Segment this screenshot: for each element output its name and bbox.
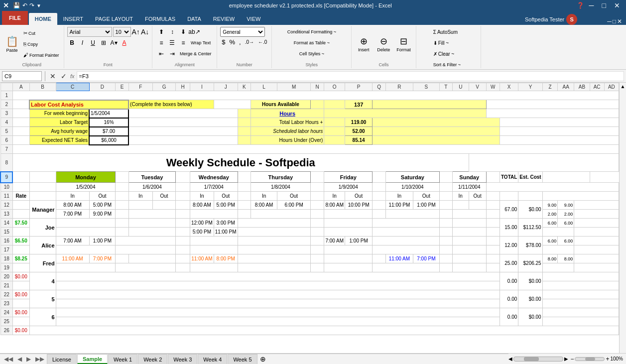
hours-under-val[interactable]: 85.14 bbox=[345, 136, 373, 145]
help-icon[interactable]: ❓ bbox=[577, 2, 584, 9]
total-labor-label[interactable]: Total Labor Hours + bbox=[250, 118, 324, 127]
orientation-button[interactable]: ab↗ bbox=[189, 27, 199, 37]
r11-out-fri[interactable]: Out bbox=[345, 192, 373, 201]
row-14-header[interactable]: 14 bbox=[0, 219, 12, 228]
col-n-header[interactable]: N bbox=[310, 83, 324, 91]
tab-nav-left[interactable]: ◀◀ bbox=[2, 356, 15, 363]
col-r-header[interactable]: R bbox=[385, 83, 413, 91]
r15-n[interactable] bbox=[310, 228, 324, 237]
tab-nav-prev[interactable]: ◀ bbox=[15, 356, 24, 363]
format-as-table-button[interactable]: Format as Table ~ bbox=[292, 38, 331, 48]
labor-cost-title[interactable]: Labor Cost Analysis bbox=[29, 100, 128, 109]
col-q-header[interactable]: Q bbox=[373, 83, 386, 91]
col-l-header[interactable]: L bbox=[250, 83, 277, 91]
r11-in-wed[interactable]: In bbox=[190, 192, 214, 201]
r11-b[interactable] bbox=[29, 192, 56, 201]
r13-wed[interactable] bbox=[190, 210, 238, 219]
font-color-button[interactable]: A bbox=[120, 38, 129, 48]
hscrollbar-track[interactable] bbox=[513, 357, 563, 362]
r14-sat[interactable] bbox=[373, 219, 440, 228]
r15-h[interactable] bbox=[176, 228, 190, 237]
r11-in-sat[interactable]: In bbox=[385, 192, 413, 201]
sheet-tab-license[interactable]: License bbox=[47, 354, 77, 364]
r13-w[interactable] bbox=[486, 210, 500, 219]
col-j-header[interactable]: J bbox=[214, 83, 238, 91]
r12-e[interactable] bbox=[116, 201, 128, 210]
tab-insert[interactable]: INSERT bbox=[57, 13, 89, 25]
r16-sat[interactable] bbox=[373, 237, 440, 245]
r11-in-thu[interactable]: In bbox=[250, 192, 277, 201]
r11-cost-h[interactable] bbox=[518, 192, 542, 201]
r18-sat-in[interactable]: 11:00 AM bbox=[385, 254, 413, 263]
r9-k[interactable] bbox=[238, 172, 250, 183]
r16-tue[interactable] bbox=[116, 237, 176, 245]
emp5-total[interactable]: 0.00 bbox=[500, 290, 518, 308]
row-11-header[interactable]: 11 bbox=[0, 192, 12, 201]
col-h-header[interactable]: H bbox=[176, 83, 190, 91]
r12-wed-out[interactable]: 5:00 PM bbox=[214, 201, 238, 210]
scroll-right-icon[interactable]: ▶ bbox=[564, 356, 568, 362]
emp4-total[interactable]: 0.00 bbox=[500, 272, 518, 290]
r12-sun-in[interactable] bbox=[452, 201, 469, 210]
row-8-header[interactable]: 8 bbox=[0, 154, 12, 172]
r14-ab[interactable]: 6.00 bbox=[558, 219, 574, 228]
emp6-name[interactable]: 6 bbox=[29, 308, 56, 326]
r15-sat[interactable] bbox=[373, 228, 440, 237]
r18-n[interactable] bbox=[310, 254, 324, 263]
r12-q[interactable] bbox=[373, 201, 386, 210]
row-18-header[interactable]: 18 bbox=[0, 254, 12, 263]
number-format-select[interactable]: General bbox=[220, 27, 265, 37]
row-3-header[interactable]: 3 bbox=[0, 109, 12, 118]
horizontal-scroll[interactable]: ◀ ▶ bbox=[508, 356, 570, 362]
emp6-cost[interactable]: $0.00 bbox=[518, 308, 542, 326]
emp5-cost[interactable]: $0.00 bbox=[518, 290, 542, 308]
col-c-header[interactable]: C bbox=[56, 83, 89, 91]
col-g-header[interactable]: G bbox=[152, 83, 175, 91]
r12-sat-out[interactable]: 1:00 PM bbox=[413, 201, 439, 210]
conditional-formatting-button[interactable]: Conditional Formatting ~ bbox=[286, 27, 338, 37]
r14-fri[interactable] bbox=[324, 219, 373, 228]
r12-mon-in[interactable]: 8:00 AM bbox=[56, 201, 89, 210]
zoom-out-icon[interactable]: − bbox=[570, 356, 574, 363]
fill-button[interactable]: ⬇ Fill ~ bbox=[432, 38, 450, 48]
date-sat[interactable]: 1/10/2004 bbox=[385, 183, 439, 192]
r6-k[interactable] bbox=[238, 136, 250, 145]
r16-mon-out[interactable]: 1:00 PM bbox=[89, 237, 116, 245]
alice-total[interactable]: 12.00 bbox=[500, 237, 518, 254]
font-name-select[interactable]: Arial bbox=[67, 27, 112, 37]
r11-n[interactable] bbox=[310, 192, 324, 201]
r15-sun[interactable] bbox=[452, 228, 486, 237]
r13-aa[interactable]: 2.00 bbox=[542, 210, 558, 219]
r18-mon-in[interactable]: 11:00 AM bbox=[56, 254, 89, 263]
joe-total[interactable]: 15.00 bbox=[500, 219, 518, 237]
row-9-header[interactable]: 9 bbox=[0, 172, 12, 183]
r14-thu[interactable] bbox=[238, 219, 310, 228]
fred-cost[interactable]: $206.25 bbox=[518, 254, 542, 272]
r17-rate[interactable] bbox=[12, 245, 29, 254]
emp4-cost[interactable]: $0.00 bbox=[518, 272, 542, 290]
sheet-tab-week4[interactable]: Week 4 bbox=[198, 354, 227, 364]
r18-sat-out[interactable]: 7:00 PM bbox=[413, 254, 439, 263]
r8-right[interactable] bbox=[469, 154, 619, 172]
r13-n[interactable] bbox=[310, 210, 324, 219]
r16-fri-in[interactable]: 7:00 AM bbox=[324, 237, 345, 245]
col-ac-header[interactable]: AC bbox=[590, 83, 604, 91]
row-19-header[interactable]: 19 bbox=[0, 263, 12, 272]
r2-n[interactable] bbox=[310, 100, 324, 109]
r9-a[interactable] bbox=[12, 172, 29, 183]
r15-wed-out[interactable]: 11:00 PM bbox=[214, 228, 238, 237]
r16-w[interactable] bbox=[486, 237, 500, 245]
r14-wed-in[interactable]: 12:00 PM bbox=[190, 219, 214, 228]
r5-k[interactable] bbox=[238, 127, 250, 136]
format-button[interactable]: ⊟ Format bbox=[394, 35, 413, 53]
r16-wed[interactable] bbox=[190, 237, 238, 245]
thursday-header[interactable]: Thursday bbox=[250, 172, 310, 183]
r12-rate[interactable] bbox=[12, 201, 29, 210]
r10-k[interactable] bbox=[238, 183, 250, 192]
r14-t[interactable] bbox=[439, 219, 452, 228]
r2-right[interactable] bbox=[373, 100, 486, 109]
sheet-tab-week1[interactable]: Week 1 bbox=[108, 354, 137, 364]
scheduled-label[interactable]: Scheduled labor hours bbox=[250, 127, 324, 136]
r18-aa[interactable]: 8.00 bbox=[542, 254, 558, 263]
joe-cost[interactable]: $112.50 bbox=[518, 219, 542, 237]
